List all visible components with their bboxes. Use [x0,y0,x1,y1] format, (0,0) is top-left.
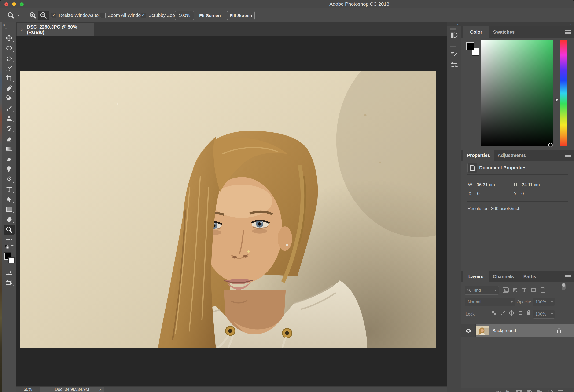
document-tab[interactable]: × DSC_2280.JPG @ 50% (RGB/8) [17,23,94,36]
opacity-field[interactable]: 100% [533,298,555,306]
color-panel-swatches[interactable] [466,42,480,56]
scrubby-zoom-checkbox[interactable]: ✓ Scrubby Zoom [141,8,179,22]
tool-hand[interactable] [2,214,16,224]
filter-pixel-layers-icon[interactable] [503,287,509,294]
tab-layers[interactable]: Layers [463,271,489,282]
edit-toolbar-button[interactable] [2,237,16,242]
filter-shape-layers-icon[interactable] [531,287,536,294]
fill-screen-button[interactable]: Fill Screen [227,11,255,20]
checkbox-icon[interactable] [100,13,105,18]
tool-rectangle[interactable] [2,205,16,214]
canvas-image[interactable] [20,71,436,348]
lock-artboard-icon[interactable] [518,310,523,317]
tool-gradient[interactable] [2,144,16,154]
layer-filter-kind-dropdown[interactable]: Kind [465,286,499,295]
tool-move[interactable] [2,33,16,43]
layer-filter-toggle[interactable] [562,283,566,290]
tool-eyedropper[interactable] [2,83,16,93]
delete-layer-button[interactable] [558,390,563,392]
foreground-background-colors[interactable] [4,253,15,263]
add-layer-mask-button[interactable] [516,390,522,392]
history-panel-button[interactable] [451,32,458,40]
zoom-window-button[interactable]: + [20,2,24,6]
close-window-button[interactable]: × [4,2,8,6]
hue-slider-marker[interactable] [555,98,558,102]
status-chevron-icon[interactable]: › [100,387,101,392]
checkbox-icon[interactable]: ✓ [141,13,146,18]
filter-type-layers-icon[interactable] [522,287,527,294]
zoom-in-button[interactable] [29,8,37,22]
strip-grip[interactable] [451,46,458,47]
quick-mask-button[interactable] [2,267,16,277]
canvas-area[interactable] [16,36,447,386]
panel-menu-icon[interactable] [565,275,571,278]
blend-mode-dropdown[interactable]: Normal [465,298,515,306]
lock-pixels-icon[interactable] [500,310,505,317]
tab-paths[interactable]: Paths [518,271,541,282]
tool-spot-healing-brush[interactable] [2,94,16,104]
collapse-strip-icon[interactable]: « [457,22,458,26]
zoom-out-button[interactable] [38,11,49,20]
link-layers-button[interactable] [495,390,501,392]
resize-windows-checkbox[interactable]: ✓ Resize Windows to Fit [51,8,105,22]
filter-smart-objects-icon[interactable] [540,287,546,294]
foreground-color-swatch[interactable] [466,42,474,50]
tool-eraser[interactable] [2,134,16,144]
layer-row[interactable]: Background [461,324,574,337]
tab-properties[interactable]: Properties [463,150,494,161]
status-doc-sizes[interactable]: Doc: 34.9M/34.9M › [40,387,104,392]
tab-channels[interactable]: Channels [489,271,518,282]
panel-menu-icon[interactable] [565,154,571,157]
new-adjustment-layer-button[interactable] [527,390,532,392]
layer-visibility-toggle[interactable] [461,324,476,337]
collapse-panels-icon[interactable]: » [570,22,571,26]
tool-pen[interactable] [2,174,16,184]
background-color-swatch[interactable] [8,257,15,263]
fit-screen-button[interactable]: Fit Screen [197,11,223,20]
fill-field[interactable]: 100% [533,310,555,318]
tool-type[interactable] [2,185,16,194]
tool-path-selection[interactable] [2,194,16,204]
x-value[interactable]: 0 [477,191,480,196]
zoom-tool-preset[interactable] [7,8,20,22]
toolbar-expand-icon[interactable]: » [3,23,5,27]
tab-color[interactable]: Color [463,26,489,38]
tool-zoom[interactable] [3,225,15,235]
checkbox-icon[interactable]: ✓ [51,13,56,18]
lock-transparency-icon[interactable] [491,310,496,317]
lock-all-icon[interactable] [526,310,531,316]
strip-grip[interactable] [451,28,458,30]
brushes-panel-button[interactable] [451,61,458,70]
brush-settings-panel-button[interactable] [451,49,458,58]
hue-slider[interactable] [560,40,567,146]
fill-spinner[interactable] [549,310,554,318]
tool-brush[interactable] [2,104,16,113]
tool-smudge[interactable] [2,154,16,164]
zoom-percentage-field[interactable]: 100% [175,11,194,20]
toolbar-grip[interactable] [5,28,13,29]
tool-lasso[interactable] [2,54,16,63]
new-layer-button[interactable] [548,390,553,392]
new-group-button[interactable] [537,390,543,392]
opacity-spinner[interactable] [549,298,554,306]
tab-adjustments[interactable]: Adjustments [494,150,530,161]
tool-dodge[interactable] [2,164,16,174]
swap-colors-button[interactable] [2,244,16,250]
layer-thumbnail[interactable] [476,326,489,335]
height-value[interactable]: 24.11 cm [522,182,540,187]
saturation-brightness-field[interactable] [481,40,554,146]
screen-mode-button[interactable] [2,278,16,287]
tool-crop[interactable] [2,74,16,83]
tool-clone-stamp[interactable] [2,114,16,124]
tool-quick-selection[interactable] [2,64,16,74]
filter-adjustment-layers-icon[interactable] [512,287,518,294]
layer-name[interactable]: Background [492,324,516,337]
tool-rectangular-marquee[interactable] [2,43,16,53]
zoom-all-windows-checkbox[interactable]: Zoom All Windows [100,8,146,22]
minimize-window-button[interactable]: − [12,2,16,6]
lock-position-icon[interactable] [509,310,514,317]
status-zoom-level[interactable]: 50% [16,387,40,392]
tab-swatches[interactable]: Swatches [489,26,519,38]
y-value[interactable]: 0 [521,191,524,196]
panel-menu-icon[interactable] [565,30,571,34]
